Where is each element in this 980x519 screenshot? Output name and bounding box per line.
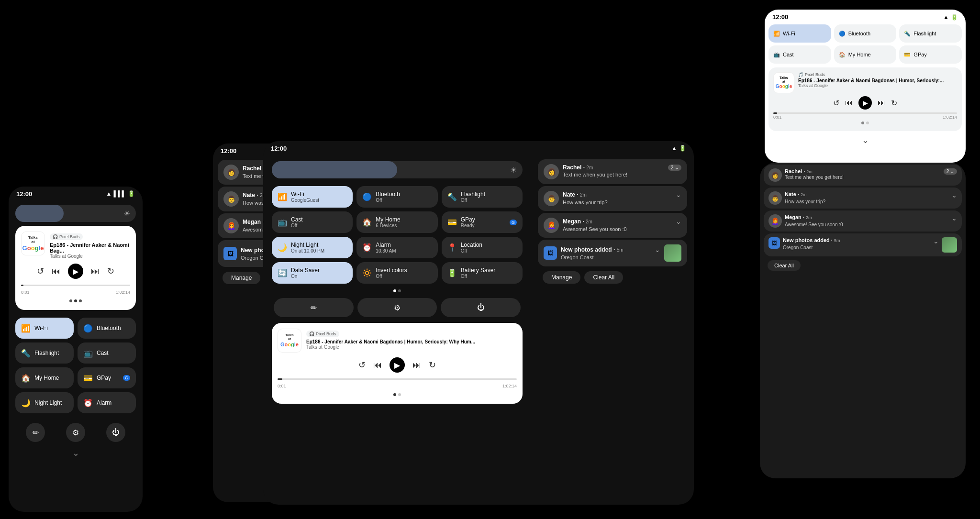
tile-nightlight-small[interactable]: 🌙 Night Light [15, 392, 74, 413]
rp-notif-rachel[interactable]: 👩 Rachel · 2m 2 ⌄ Text me when you get h… [764, 165, 962, 186]
brightness-bar-small[interactable]: ☀ [15, 205, 136, 222]
tile-batterysaver-large[interactable]: 🔋 Battery Saver Off [442, 262, 523, 284]
settings-btn-large[interactable]: ⚙ [357, 298, 437, 317]
media-source-small: 🎧 Pixel Buds [50, 233, 83, 240]
power-btn-small[interactable]: ⏻ [106, 423, 125, 442]
tile-cast-small[interactable]: 📺 Cast [78, 342, 136, 364]
rp-rachel-badge: 2 ⌄ [944, 168, 957, 175]
power-btn-large[interactable]: ⏻ [441, 298, 521, 317]
media-controls-large[interactable]: ↺ ⏮ ▶ ⏭ ↻ [278, 355, 517, 375]
notif-body-rachel-l: Rachel · 2m 2 ⌄ Text me when you get her… [563, 164, 681, 177]
megan-expand-l[interactable]: ⌄ [676, 218, 681, 225]
tile-alarm-small[interactable]: ⏰ Alarm [78, 392, 136, 413]
prev-btn-small[interactable]: ⏮ [52, 266, 60, 276]
dot-1-large [393, 289, 396, 292]
progress-bar-large[interactable] [278, 378, 517, 380]
rp-notif-avatar-nate: 👨 [768, 191, 782, 205]
edit-btn-large[interactable]: ✏ [274, 298, 354, 317]
manage-btn-mid[interactable]: Manage [223, 272, 260, 284]
dots-large [265, 287, 529, 294]
rp-megan-expand[interactable]: ⌄ [951, 214, 957, 222]
tile-wifi-small[interactable]: 📶 Wi-Fi [15, 318, 74, 339]
media-card-large[interactable]: Talks at Google 🎧 Pixel Buds Ep186 - Jen… [272, 323, 523, 404]
dot-3-small [79, 299, 82, 302]
tile-gpay-large[interactable]: 💳 GPay Ready G [442, 211, 523, 233]
notif-photos-large[interactable]: 🖼 New photos added · 5m ⌄ Oregon Coast [538, 240, 687, 266]
rp-tile-flashlight[interactable]: 🔦 Flashlight [899, 24, 962, 43]
rp-home-tile-icon: 🏠 [839, 52, 846, 58]
brightness-bar-large[interactable]: ☀ [272, 161, 523, 178]
tile-bluetooth-large[interactable]: 🔵 Bluetooth Off [356, 186, 437, 208]
rachel-badge-l: 2 ⌄ [668, 165, 681, 171]
next-btn-large[interactable]: ⏭ [412, 360, 421, 370]
tile-location-large[interactable]: 📍 Location Off [442, 237, 523, 258]
rp-notif-nate[interactable]: 👨 Nate · 2m ⌄ How was your trip? [764, 188, 962, 209]
rp-tile-cast[interactable]: 📺 Cast [768, 45, 831, 64]
notif-rachel-large[interactable]: 👩 Rachel · 2m 2 ⌄ Text me when you get h… [538, 159, 687, 184]
rp-notif-avatar-rachel: 👩 [768, 168, 782, 182]
tile-gpay-small[interactable]: 💳 GPay G [78, 367, 136, 388]
rp-tile-gpay[interactable]: 💳 GPay [899, 45, 962, 64]
tile-bluetooth-small[interactable]: 🔵 Bluetooth [78, 318, 136, 339]
device-phone-right: 12:00 ▲ 🔋 📶 Wi-Fi 🔵 Bluetooth 🔦 Flashlig… [765, 10, 966, 163]
edit-btn-small[interactable]: ✏ [26, 423, 45, 442]
wifi-icon-s: ▲ [106, 190, 112, 197]
rp-media-controls[interactable]: ↺ ⏮ ▶ ⏭ ↻ [773, 93, 957, 112]
notif-avatar-rachel-mid: 👩 [223, 165, 239, 180]
rp-notif-photos[interactable]: 🖼 New photos added · 5m ⌄ Oregon Coast [764, 233, 962, 256]
rp-media-card[interactable]: Talks at Google 🎵 Pixel Buds Ep186 - Jen… [768, 67, 962, 131]
rp-forward-btn[interactable]: ↻ [891, 99, 897, 108]
progress-bar-small[interactable] [21, 285, 130, 286]
notif-megan-large[interactable]: 👩‍🦰 Megan · 2m ⌄ Awesome! See you soon :… [538, 213, 687, 238]
batterysaver-tile-icon-l: 🔋 [447, 268, 457, 277]
tile-datasaver-large[interactable]: 🔄 Data Saver On [272, 262, 353, 284]
media-controls-small[interactable]: ↺ ⏮ ▶ ⏭ ↻ [21, 262, 130, 281]
manage-btn-large[interactable]: Manage [543, 271, 580, 284]
settings-btn-small[interactable]: ⚙ [66, 423, 85, 442]
rp-chevron-down[interactable]: ⌄ [765, 133, 966, 147]
replay-btn-small[interactable]: ↺ [37, 266, 44, 276]
tile-flashlight-small[interactable]: 🔦 Flashlight [15, 342, 74, 364]
rp-tile-wifi[interactable]: 📶 Wi-Fi [768, 24, 831, 43]
tile-nightlight-large[interactable]: 🌙 Night Light On at 10:00 PM [272, 237, 353, 258]
media-source-large: 🎧 Pixel Buds [306, 331, 339, 337]
media-info-large: 🎧 Pixel Buds Ep186 - Jennifer Aaker & Na… [306, 329, 517, 350]
rp-prev-btn[interactable]: ⏮ [845, 99, 853, 107]
prev-btn-large[interactable]: ⏮ [373, 360, 382, 370]
notif-nate-large[interactable]: 👨 Nate · 2m ⌄ How was your trip? [538, 186, 687, 211]
rp-tile-bluetooth[interactable]: 🔵 Bluetooth [834, 24, 897, 43]
rp-nate-expand[interactable]: ⌄ [951, 191, 957, 199]
rp-replay-btn[interactable]: ↺ [833, 99, 839, 108]
media-card-small[interactable]: Talks at Google 🎧 Pixel Buds Ep186 - Jen… [15, 226, 136, 310]
rp-clear-all-btn[interactable]: Clear All [768, 260, 801, 271]
rp-notif-photo-body: New photos added · 5m ⌄ Oregon Coast [783, 237, 939, 250]
notif-avatar-nate-mid: 👨 [223, 191, 239, 207]
dots-small [21, 298, 130, 304]
tile-cast-large[interactable]: 📺 Cast Off [272, 211, 353, 233]
rp-notif-megan[interactable]: 👩‍🦰 Megan · 2m ⌄ Awesome! See you soon :… [764, 210, 962, 232]
rp-progress-bar[interactable] [773, 112, 957, 114]
nate-expand-l[interactable]: ⌄ [676, 191, 681, 199]
brightness-icon-large: ☀ [510, 166, 517, 175]
rp-next-btn[interactable]: ⏭ [878, 99, 885, 107]
forward-btn-small[interactable]: ↻ [107, 266, 114, 276]
replay-btn-large[interactable]: ↺ [358, 360, 366, 370]
play-btn-large[interactable]: ▶ [390, 357, 405, 373]
invert-tile-icon-l: 🔆 [362, 268, 372, 277]
photos-expand-l[interactable]: ⌄ [655, 246, 660, 254]
tile-home-small[interactable]: 🏠 My Home [15, 367, 74, 388]
chevron-down-small[interactable]: ⌄ [9, 446, 143, 460]
rp-play-btn[interactable]: ▶ [858, 96, 872, 110]
tile-invert-large[interactable]: 🔆 Invert colors Off [356, 262, 437, 284]
clear-all-btn-large[interactable]: Clear All [584, 271, 623, 284]
tile-alarm-large[interactable]: ⏰ Alarm 10:30 AM [356, 237, 437, 258]
rp-tile-home[interactable]: 🏠 My Home [834, 45, 897, 64]
forward-btn-large[interactable]: ↻ [429, 360, 436, 370]
play-btn-small[interactable]: ▶ [68, 264, 83, 279]
battery-icon-s: 🔋 [128, 190, 135, 197]
tile-wifi-large[interactable]: 📶 Wi-Fi GoogleGuest [272, 186, 353, 208]
tile-home-large[interactable]: 🏠 My Home 6 Devices [356, 211, 437, 233]
rp-photos-expand[interactable]: ⌄ [933, 237, 939, 245]
next-btn-small[interactable]: ⏭ [91, 266, 100, 276]
tile-flashlight-large[interactable]: 🔦 Flashlight Off [442, 186, 523, 208]
